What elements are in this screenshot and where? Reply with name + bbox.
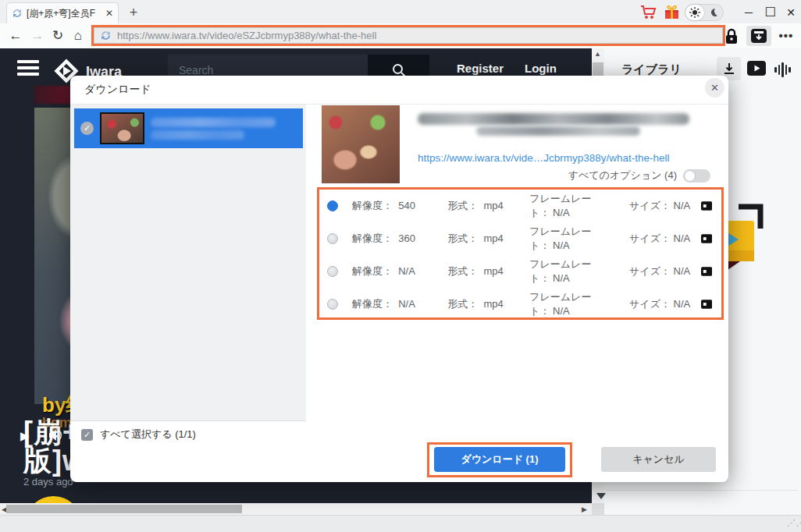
status-bar bbox=[0, 515, 801, 532]
more-menu-button[interactable]: ••• bbox=[776, 26, 796, 46]
menu-icon[interactable] bbox=[17, 60, 39, 76]
dialog-item-list: ✓ ✓ すべて選択する (1/1) bbox=[70, 105, 306, 421]
video-type-icon bbox=[701, 201, 712, 211]
select-all-row[interactable]: ✓ すべて選択する (1/1) bbox=[81, 427, 196, 442]
window-close-button[interactable]: ✕ bbox=[782, 5, 799, 20]
moon-icon bbox=[709, 8, 718, 17]
gift-icon[interactable] bbox=[664, 4, 680, 20]
video-type-icon bbox=[701, 234, 712, 243]
library-separator bbox=[606, 490, 798, 491]
all-options-label: すべてのオプション (4) bbox=[568, 168, 677, 183]
maximize-button[interactable]: ☐ bbox=[762, 5, 779, 20]
sun-icon bbox=[689, 7, 700, 18]
all-options-row: すべてのオプション (4) bbox=[70, 168, 710, 183]
tab-title: [崩+原+弯]全员F bbox=[27, 7, 101, 20]
download-icon bbox=[723, 62, 735, 75]
detail-url-link[interactable]: https://www.iwara.tv/vide…Jcbrmyp388y/wh… bbox=[418, 152, 670, 164]
list-item[interactable]: ✓ bbox=[74, 108, 303, 148]
address-bar[interactable]: https://www.iwara.tv/video/eSZJcbrmyp388… bbox=[91, 25, 725, 46]
avatar[interactable] bbox=[25, 496, 82, 503]
detail-title-censored-2 bbox=[476, 126, 640, 136]
video-download-icon bbox=[751, 29, 767, 43]
format-option-row[interactable]: 解像度： 360 形式： mp4 フレームレート： N/A サイズ： N/A bbox=[319, 222, 721, 255]
register-link[interactable]: Register bbox=[457, 62, 504, 75]
site-sync-icon bbox=[100, 30, 112, 41]
video-type-icon bbox=[701, 300, 712, 309]
tab-favicon-sync-icon bbox=[12, 8, 23, 19]
format-label: 形式： bbox=[447, 200, 478, 211]
resolution-value: 540 bbox=[398, 200, 415, 211]
dark-mode-segment[interactable] bbox=[704, 5, 723, 20]
size-value: N/A bbox=[674, 200, 691, 211]
item-subtitle-censored bbox=[151, 130, 244, 140]
tab-close-icon[interactable]: ✕ bbox=[105, 8, 113, 19]
light-mode-segment[interactable] bbox=[685, 5, 704, 20]
browser-tab[interactable]: [崩+原+弯]全员F ✕ bbox=[6, 2, 119, 23]
download-button[interactable]: ダウンロード (1) bbox=[434, 447, 565, 472]
theme-toggle[interactable] bbox=[685, 4, 724, 21]
dropdown-caret-icon[interactable] bbox=[596, 493, 606, 499]
cancel-button[interactable]: キャンセル bbox=[601, 447, 716, 472]
url-text[interactable]: https://www.iwara.tv/video/eSZJcbrmyp388… bbox=[117, 30, 376, 41]
framerate-value: N/A bbox=[553, 207, 570, 218]
reload-button[interactable]: ↻ bbox=[48, 26, 67, 46]
select-all-label: すべて選択する (1/1) bbox=[100, 427, 196, 442]
item-title-censored bbox=[151, 118, 276, 127]
video-type-icon bbox=[701, 267, 712, 276]
radio-unselected[interactable] bbox=[327, 299, 338, 310]
radio-unselected[interactable] bbox=[327, 266, 338, 277]
format-options-box: 解像度： 540 形式： mp4 フレームレート： N/A サイズ： N/A 解… bbox=[317, 187, 724, 320]
download-dialog: ダウンロード ✕ ✓ ✓ すべて選択する (1/1) https://www.i… bbox=[70, 76, 728, 482]
library-video-tab[interactable] bbox=[747, 61, 766, 76]
scroll-right-icon[interactable]: ▶ bbox=[582, 505, 587, 513]
horizontal-scroll-thumb[interactable] bbox=[6, 505, 242, 513]
dialog-close-button[interactable]: ✕ bbox=[705, 78, 724, 98]
minimize-button[interactable]: ─ bbox=[740, 5, 757, 20]
back-button[interactable]: ← bbox=[6, 26, 25, 46]
resize-grip[interactable]: ⋰⋰ bbox=[787, 518, 801, 528]
video-icon bbox=[747, 61, 766, 76]
format-option-row[interactable]: 解像度： N/A 形式： mp4 フレームレート： N/A サイズ： N/A bbox=[319, 288, 721, 321]
library-audio-tab[interactable] bbox=[774, 62, 791, 77]
list-separator bbox=[70, 420, 306, 421]
tab-strip bbox=[0, 0, 801, 23]
radio-unselected[interactable] bbox=[327, 233, 338, 244]
new-tab-button[interactable]: + bbox=[125, 4, 142, 21]
login-link[interactable]: Login bbox=[525, 62, 557, 75]
video-age: 2 days ago bbox=[23, 476, 73, 488]
item-thumbnail bbox=[100, 112, 144, 144]
format-option-row[interactable]: 解像度： 540 形式： mp4 フレームレート： N/A サイズ： N/A bbox=[319, 190, 721, 222]
toggle-knob bbox=[684, 170, 696, 182]
vertical-scroll-thumb[interactable] bbox=[593, 62, 603, 76]
home-button[interactable]: ⌂ bbox=[69, 26, 87, 46]
size-label: サイズ： bbox=[629, 200, 671, 211]
forward-button[interactable]: → bbox=[28, 26, 47, 46]
format-option-row[interactable]: 解像度： N/A 形式： mp4 フレームレート： N/A サイズ： N/A bbox=[319, 255, 721, 288]
resolution-label: 解像度： bbox=[352, 200, 393, 211]
lock-icon[interactable] bbox=[724, 28, 739, 44]
item-checkbox[interactable]: ✓ bbox=[80, 122, 94, 135]
select-all-checkbox[interactable]: ✓ bbox=[81, 429, 93, 441]
scrollbar-corner bbox=[592, 503, 604, 515]
cart-icon[interactable] bbox=[640, 5, 657, 20]
scroll-up-icon[interactable]: ▲ bbox=[594, 50, 601, 58]
download-manager-button[interactable] bbox=[746, 26, 771, 46]
all-options-toggle[interactable] bbox=[683, 169, 710, 183]
detail-title-censored bbox=[418, 113, 689, 125]
search-input[interactable] bbox=[179, 64, 357, 76]
radio-selected[interactable] bbox=[327, 200, 338, 211]
dialog-title: ダウンロード bbox=[84, 83, 151, 97]
format-value: mp4 bbox=[483, 200, 503, 211]
